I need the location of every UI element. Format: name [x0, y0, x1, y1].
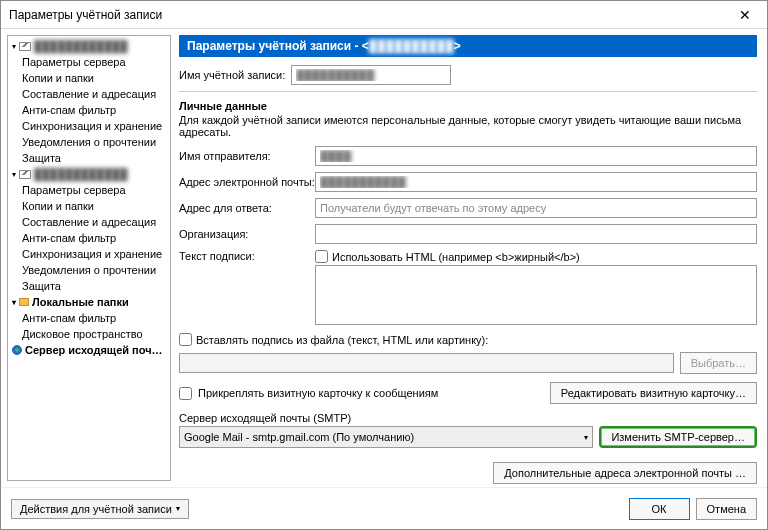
sidebar-item-sync-storage-2[interactable]: Синхронизация и хранение — [8, 246, 170, 262]
footer: Действия для учётной записи ▾ ОК Отмена — [1, 487, 767, 529]
sender-name-label: Имя отправителя: — [179, 150, 309, 162]
chevron-down-icon: ▾ — [584, 433, 588, 442]
personal-section-title: Личные данные — [179, 100, 757, 112]
insert-file-path-input — [179, 353, 674, 373]
organization-input[interactable] — [315, 224, 757, 244]
sidebar-item-read-receipts[interactable]: Уведомления о прочтении — [8, 134, 170, 150]
folder-icon — [19, 298, 29, 306]
edit-smtp-button[interactable]: Изменить SMTP-сервер… — [599, 426, 757, 448]
caret-down-icon: ▾ — [12, 42, 16, 51]
reply-to-input[interactable] — [315, 198, 757, 218]
account-name-label: Имя учётной записи: — [179, 69, 285, 81]
attach-vcard-checkbox[interactable] — [179, 387, 192, 400]
email-input[interactable] — [315, 172, 757, 192]
ok-button[interactable]: ОК — [629, 498, 690, 520]
sidebar-item-copies-folders[interactable]: Копии и папки — [8, 70, 170, 86]
sidebar-account-2[interactable]: ▾ ████████████ — [8, 166, 170, 182]
envelope-icon — [19, 42, 31, 51]
sidebar-item-security[interactable]: Защита — [8, 150, 170, 166]
sidebar-account-1[interactable]: ▾ ████████████ — [8, 38, 170, 54]
sidebar-item-local-antispam[interactable]: Анти-спам фильтр — [8, 310, 170, 326]
account-name-input[interactable] — [291, 65, 451, 85]
additional-emails-button[interactable]: Дополнительные адреса электронной почты … — [493, 462, 757, 484]
smtp-label: Сервер исходящей почты (SMTP) — [179, 412, 757, 424]
titlebar: Параметры учётной записи ✕ — [1, 1, 767, 29]
insert-file-checkbox[interactable] — [179, 333, 192, 346]
organization-label: Организация: — [179, 228, 309, 240]
sidebar-item-read-receipts-2[interactable]: Уведомления о прочтении — [8, 262, 170, 278]
attach-vcard-label[interactable]: Прикреплять визитную карточку к сообщени… — [198, 387, 438, 399]
sidebar: ▾ ████████████ Параметры сервера Копии и… — [7, 35, 171, 481]
sidebar-item-security-2[interactable]: Защита — [8, 278, 170, 294]
reply-to-label: Адрес для ответа: — [179, 202, 309, 214]
cancel-button[interactable]: Отмена — [696, 498, 757, 520]
insert-file-label[interactable]: Вставлять подпись из файла (текст, HTML … — [196, 334, 488, 346]
sidebar-outgoing-server[interactable]: Сервер исходящей поч… — [8, 342, 170, 358]
window-title: Параметры учётной записи — [9, 8, 731, 22]
sidebar-item-server-params[interactable]: Параметры сервера — [8, 54, 170, 70]
gear-icon — [12, 345, 22, 355]
sidebar-item-composition[interactable]: Составление и адресация — [8, 86, 170, 102]
close-icon[interactable]: ✕ — [731, 5, 759, 25]
divider — [179, 91, 757, 92]
use-html-label[interactable]: Использовать HTML (например <b>жирный</b… — [332, 251, 580, 263]
email-label: Адрес электронной почты: — [179, 176, 309, 188]
main-panel: Параметры учётной записи - <██████████> … — [171, 29, 767, 487]
sidebar-item-composition-2[interactable]: Составление и адресация — [8, 214, 170, 230]
personal-section-desc: Для каждой учётной записи имеются персон… — [179, 114, 757, 138]
caret-down-icon: ▾ — [12, 170, 16, 179]
account-settings-window: Параметры учётной записи ✕ ▾ ███████████… — [0, 0, 768, 530]
edit-vcard-button[interactable]: Редактировать визитную карточку… — [550, 382, 757, 404]
chevron-down-icon: ▾ — [176, 504, 180, 513]
signature-textarea[interactable] — [315, 265, 757, 325]
panel-header: Параметры учётной записи - <██████████> — [179, 35, 757, 57]
sidebar-item-disk-space[interactable]: Дисковое пространство — [8, 326, 170, 342]
signature-label: Текст подписи: — [179, 250, 309, 262]
sidebar-item-copies-folders-2[interactable]: Копии и папки — [8, 198, 170, 214]
sidebar-item-antispam-2[interactable]: Анти-спам фильтр — [8, 230, 170, 246]
sidebar-item-antispam[interactable]: Анти-спам фильтр — [8, 102, 170, 118]
caret-down-icon: ▾ — [12, 298, 16, 307]
envelope-icon — [19, 170, 31, 179]
sidebar-item-server-params-2[interactable]: Параметры сервера — [8, 182, 170, 198]
sidebar-item-sync-storage[interactable]: Синхронизация и хранение — [8, 118, 170, 134]
browse-button: Выбрать… — [680, 352, 757, 374]
sender-name-input[interactable] — [315, 146, 757, 166]
sidebar-local-folders[interactable]: ▾ Локальные папки — [8, 294, 170, 310]
use-html-checkbox[interactable] — [315, 250, 328, 263]
smtp-select[interactable]: Google Mail - smtp.gmail.com (По умолчан… — [179, 426, 593, 448]
account-actions-button[interactable]: Действия для учётной записи ▾ — [11, 499, 189, 519]
